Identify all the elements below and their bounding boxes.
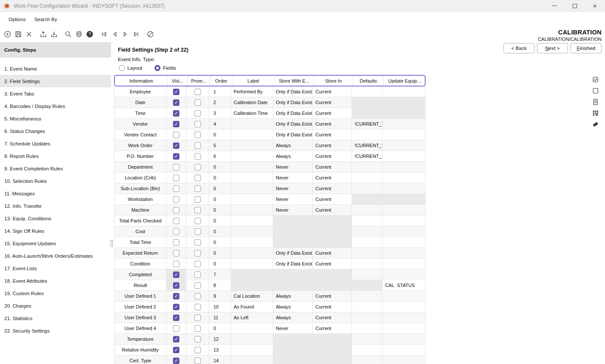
prompt-checkbox[interactable]	[194, 175, 201, 181]
cell-store_in[interactable]: Current	[313, 119, 352, 130]
cell-defaults[interactable]	[352, 183, 383, 194]
cell-order[interactable]: 12	[209, 334, 231, 345]
cell-update_equip[interactable]	[383, 151, 426, 162]
cell-defaults[interactable]	[352, 345, 383, 355]
cell-defaults[interactable]	[352, 269, 383, 280]
cell-store_in[interactable]: Current	[313, 108, 352, 119]
sidebar-item-10-selection-rules[interactable]: 10. Selection Rules	[0, 175, 111, 187]
sidebar-item-18-event-attributes[interactable]: 18. Event Attributes	[0, 275, 111, 287]
previous-icon[interactable]	[109, 28, 120, 40]
cell-store_in[interactable]: Current	[313, 86, 352, 97]
cell-information[interactable]: Time	[114, 108, 167, 119]
prompt-checkbox[interactable]	[194, 121, 201, 127]
sidebar-item-20-charges[interactable]: 20. Charges	[0, 299, 111, 312]
prompt-checkbox[interactable]	[194, 99, 201, 106]
prompt-checkbox[interactable]	[194, 132, 201, 138]
prompt-checkbox[interactable]	[194, 261, 201, 267]
cell-order[interactable]: 0	[209, 162, 231, 173]
cell-order[interactable]: 2	[209, 97, 231, 108]
visible-checkbox[interactable]	[173, 358, 179, 364]
visible-checkbox[interactable]	[173, 207, 179, 213]
cell-defaults[interactable]	[352, 226, 383, 237]
sidebar-item-16-auto-launch-work-orders-estimates[interactable]: 16. Auto-Launch/Work Orders/Estimates	[0, 250, 111, 262]
visible-checkbox[interactable]	[173, 175, 179, 181]
cell-store_in[interactable]	[313, 334, 352, 345]
cell-information[interactable]: Total Parts Checked	[114, 216, 167, 226]
cell-store_in[interactable]	[313, 237, 352, 248]
cell-store_with[interactable]	[273, 334, 313, 345]
visible-checkbox[interactable]	[173, 110, 179, 117]
visible-checkbox[interactable]	[173, 304, 179, 310]
cell-information[interactable]: Location (Crib)	[114, 173, 167, 183]
help-icon[interactable]: ?	[84, 28, 95, 40]
prompt-checkbox[interactable]	[194, 153, 201, 160]
visible-checkbox[interactable]	[173, 293, 179, 299]
uncheck-all-icon[interactable]	[592, 87, 599, 94]
export-icon[interactable]	[38, 28, 49, 40]
cell-update_equip[interactable]	[383, 312, 426, 323]
sidebar-item-2-field-settings[interactable]: 2. Field Settings	[0, 75, 111, 87]
prompt-checkbox[interactable]	[194, 358, 201, 364]
cell-defaults[interactable]: !CURRENT_V	[352, 119, 383, 130]
cell-information[interactable]: Machine	[114, 205, 167, 216]
prompt-checkbox[interactable]	[194, 304, 201, 310]
cell-order[interactable]: 5	[209, 140, 231, 151]
cell-store_with[interactable]: Only if Data Exist	[273, 259, 313, 269]
cell-label[interactable]	[231, 216, 273, 226]
cell-order[interactable]: 0	[209, 259, 231, 269]
cell-store_with[interactable]: Always	[273, 302, 313, 312]
cell-store_with[interactable]: Never	[273, 173, 313, 183]
visible-checkbox[interactable]	[173, 325, 179, 332]
cell-defaults[interactable]	[352, 194, 383, 205]
visible-checkbox[interactable]	[173, 261, 179, 267]
visible-checkbox[interactable]	[173, 142, 179, 149]
cell-store_in[interactable]: Current	[313, 173, 352, 183]
cell-label[interactable]	[231, 237, 273, 248]
cell-store_in[interactable]: Current	[313, 183, 352, 194]
close-button[interactable]: ×	[585, 0, 605, 12]
add-icon[interactable]	[2, 28, 13, 40]
cell-update_equip[interactable]	[383, 334, 426, 345]
visible-checkbox[interactable]	[173, 196, 179, 203]
cell-defaults[interactable]	[352, 130, 383, 140]
cell-label[interactable]	[231, 140, 273, 151]
visible-checkbox[interactable]	[173, 282, 179, 289]
cell-update_equip[interactable]	[383, 291, 426, 302]
eraser-icon[interactable]	[592, 120, 599, 128]
cell-store_with[interactable]: Only if Data Exist	[273, 97, 313, 108]
cell-information[interactable]: User Defined 2	[114, 302, 167, 312]
cell-store_in[interactable]	[313, 280, 352, 291]
column-header-update_equip[interactable]: Update Equip....	[383, 76, 426, 86]
prompt-checkbox[interactable]	[194, 325, 201, 332]
column-header-defaults[interactable]: Defaults	[353, 76, 383, 86]
visible-checkbox[interactable]	[173, 153, 179, 160]
cell-information[interactable]: Vendor Contact	[114, 130, 167, 140]
cell-label[interactable]	[231, 269, 273, 280]
column-header-visible[interactable]: Visi...	[167, 76, 187, 86]
visible-checkbox[interactable]	[173, 164, 179, 170]
sidebar-item-4-barcodes-display-rules[interactable]: 4. Barcodes / Display Rules	[0, 100, 111, 112]
prompt-checkbox[interactable]	[194, 228, 201, 235]
cell-information[interactable]: User Defined 4	[114, 323, 167, 334]
cell-information[interactable]: Department	[114, 162, 167, 173]
column-header-label[interactable]: Label	[232, 76, 274, 86]
cell-defaults[interactable]	[352, 334, 383, 345]
cell-defaults[interactable]: !CURRENT_PO	[352, 151, 383, 162]
cell-update_equip[interactable]	[383, 140, 426, 151]
cell-update_equip[interactable]	[383, 119, 426, 130]
cell-information[interactable]: Workstation	[114, 194, 167, 205]
prompt-checkbox[interactable]	[194, 250, 201, 256]
cell-information[interactable]: User Defined 1	[114, 291, 167, 302]
cell-information[interactable]: Condition	[114, 259, 167, 269]
cell-information[interactable]: Relative Humidity	[114, 345, 167, 355]
cell-store_with[interactable]	[273, 355, 313, 364]
visible-checkbox[interactable]	[173, 89, 179, 95]
visible-checkbox[interactable]	[173, 218, 179, 224]
cell-order[interactable]: 4	[209, 119, 231, 130]
cell-store_in[interactable]: Current	[313, 162, 352, 173]
cell-store_with[interactable]	[273, 216, 313, 226]
cell-defaults[interactable]	[352, 355, 383, 364]
cell-store_with[interactable]: Never	[273, 194, 313, 205]
cell-information[interactable]: Employee	[114, 86, 167, 97]
cell-label[interactable]	[231, 183, 273, 194]
